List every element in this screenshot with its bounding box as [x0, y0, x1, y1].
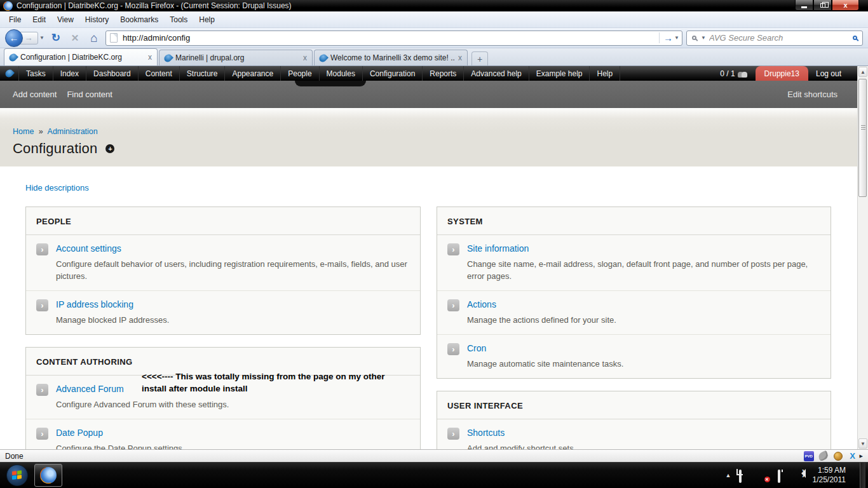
- online-count-label: 0 / 1: [720, 69, 735, 78]
- site-identity-icon[interactable]: [110, 33, 118, 43]
- drupal-home-icon[interactable]: [0, 66, 19, 81]
- item-description: Manage automatic site maintenance tasks.: [467, 358, 820, 370]
- menu-bookmarks[interactable]: Bookmarks: [115, 13, 163, 26]
- username-button[interactable]: Druppie13: [756, 66, 808, 81]
- search-engine-icon[interactable]: [692, 36, 696, 40]
- close-button[interactable]: x: [832, 0, 859, 11]
- chevron-right-icon: ›: [447, 299, 459, 311]
- account-settings-link[interactable]: Account settings: [56, 243, 121, 254]
- scroll-down-arrow[interactable]: ▼: [858, 438, 867, 449]
- menu-history[interactable]: History: [80, 13, 114, 26]
- window-title: Configuration | DiatribeKC.org - Mozilla…: [17, 1, 292, 10]
- actions-link[interactable]: Actions: [467, 299, 496, 309]
- menu-help[interactable]: Help: [194, 13, 220, 26]
- new-tab-button[interactable]: +: [471, 51, 488, 65]
- home-button[interactable]: ⌂: [86, 31, 102, 45]
- toolbar-modules[interactable]: Modules: [320, 66, 363, 81]
- history-dropdown-icon[interactable]: ▼: [39, 35, 44, 41]
- minimize-button[interactable]: [795, 0, 813, 11]
- breadcrumb: Home » Administration: [13, 127, 868, 136]
- network-icon[interactable]: [739, 471, 750, 480]
- breadcrumb-administration-link[interactable]: Administration: [48, 127, 98, 136]
- toolbar-content[interactable]: Content: [139, 66, 180, 81]
- menu-edit[interactable]: Edit: [27, 13, 51, 26]
- drupal-droplet-icon: [4, 68, 15, 79]
- add-content-link[interactable]: Add content: [13, 90, 57, 99]
- drupal-admin-toolbar: Tasks Index Dashboard Content Structure …: [0, 66, 868, 81]
- menu-file[interactable]: File: [4, 13, 26, 26]
- advanced-forum-link[interactable]: Advanced Forum: [56, 384, 124, 394]
- tab-configuration[interactable]: Configuration | DiatribeKC.org x: [4, 48, 158, 65]
- menu-view[interactable]: View: [52, 13, 79, 26]
- history-navigation: ← → ▼: [5, 29, 44, 47]
- scrollbar-thumb[interactable]: [858, 79, 867, 197]
- show-hidden-icons-arrow[interactable]: ▲: [726, 472, 731, 478]
- active-toolbar-tab-indicator: [295, 81, 366, 86]
- left-column: PEOPLE › Account settings Configure defa…: [25, 207, 421, 449]
- removable-device-icon[interactable]: [776, 471, 787, 480]
- coin-addon-icon[interactable]: [833, 451, 843, 461]
- menu-bar: File Edit View History Bookmarks Tools H…: [0, 11, 868, 28]
- reload-button[interactable]: ↻: [48, 31, 64, 44]
- edit-shortcuts-link[interactable]: Edit shortcuts: [787, 90, 837, 99]
- tab-close-icon[interactable]: x: [303, 53, 307, 62]
- cron-link[interactable]: Cron: [467, 343, 486, 353]
- online-users-count: 0 / 1: [714, 66, 755, 81]
- status-text: Done: [5, 452, 24, 461]
- toolbar-example-help[interactable]: Example help: [529, 66, 590, 81]
- breadcrumb-home-link[interactable]: Home: [13, 127, 34, 136]
- toolbar-help[interactable]: Help: [590, 66, 620, 81]
- go-button[interactable]: →: [663, 32, 673, 43]
- search-bar[interactable]: ▼: [686, 30, 863, 46]
- tab-close-icon[interactable]: x: [458, 53, 462, 62]
- url-bar[interactable]: → ▼: [105, 30, 682, 46]
- navigation-toolbar: ← → ▼ ↻ ✕ ⌂ → ▼ ▼: [0, 28, 868, 48]
- shortcuts-link[interactable]: Shortcuts: [467, 428, 505, 438]
- tab-label: Marinelli | drupal.org: [175, 53, 299, 62]
- xmarks-icon[interactable]: X: [848, 451, 858, 461]
- restore-button[interactable]: [813, 0, 832, 11]
- hide-descriptions-link[interactable]: Hide descriptions: [25, 183, 89, 193]
- go-dropdown-icon[interactable]: ▼: [674, 35, 679, 41]
- site-information-link[interactable]: Site information: [467, 243, 529, 254]
- taskbar-firefox-button[interactable]: [34, 464, 62, 487]
- search-submit-icon[interactable]: [853, 36, 857, 40]
- url-input[interactable]: [123, 33, 655, 43]
- back-button[interactable]: ←: [5, 29, 23, 47]
- list-item-actions: › Actions Manage the actions defined for…: [437, 291, 831, 335]
- scroll-up-arrow[interactable]: ▲: [858, 67, 867, 77]
- ip-address-blocking-link[interactable]: IP address blocking: [56, 299, 133, 309]
- toolbar-configuration[interactable]: Configuration: [363, 66, 423, 81]
- toolbar-dashboard[interactable]: Dashboard: [86, 66, 139, 81]
- addon-expander-icon[interactable]: ▶: [860, 454, 863, 459]
- item-description: Add and modify shortcut sets.: [467, 442, 820, 449]
- search-engine-dropdown-icon[interactable]: ▼: [701, 35, 706, 41]
- toolbar-people[interactable]: People: [281, 66, 319, 81]
- find-content-link[interactable]: Find content: [67, 90, 112, 99]
- date-popup-link[interactable]: Date Popup: [56, 428, 103, 438]
- search-input[interactable]: [709, 33, 850, 43]
- toolbar-appearance[interactable]: Appearance: [225, 66, 281, 81]
- tab-close-icon[interactable]: x: [148, 53, 152, 62]
- start-button[interactable]: [6, 464, 28, 486]
- toolbar-reports[interactable]: Reports: [423, 66, 464, 81]
- toolbar-structure[interactable]: Structure: [180, 66, 226, 81]
- toolbar-advanced-help[interactable]: Advanced help: [464, 66, 529, 81]
- menu-tools[interactable]: Tools: [165, 13, 193, 26]
- logout-button[interactable]: Log out: [808, 66, 849, 81]
- show-desktop-button[interactable]: [860, 463, 865, 488]
- pvd-addon-icon[interactable]: PVD: [804, 451, 814, 461]
- grab-and-drag-icon[interactable]: [818, 451, 829, 461]
- taskbar-clock[interactable]: 1:59 AM 1/25/2011: [813, 466, 846, 485]
- add-shortcut-icon[interactable]: +: [105, 144, 114, 153]
- drupal-favicon: [318, 53, 329, 64]
- toolbar-tasks[interactable]: Tasks: [19, 66, 53, 81]
- volume-icon[interactable]: [794, 471, 805, 480]
- tab-marinelli[interactable]: Marinelli | drupal.org x: [159, 50, 313, 65]
- tab-welcome[interactable]: Welcome to Marinelli 3x demo site! ... x: [314, 50, 468, 65]
- stop-button[interactable]: ✕: [67, 32, 83, 44]
- action-center-flag-icon[interactable]: ✕: [757, 471, 768, 480]
- toolbar-index[interactable]: Index: [53, 66, 86, 81]
- vertical-scrollbar[interactable]: ▲ ▼: [857, 66, 868, 449]
- chevron-right-icon: ›: [447, 243, 459, 255]
